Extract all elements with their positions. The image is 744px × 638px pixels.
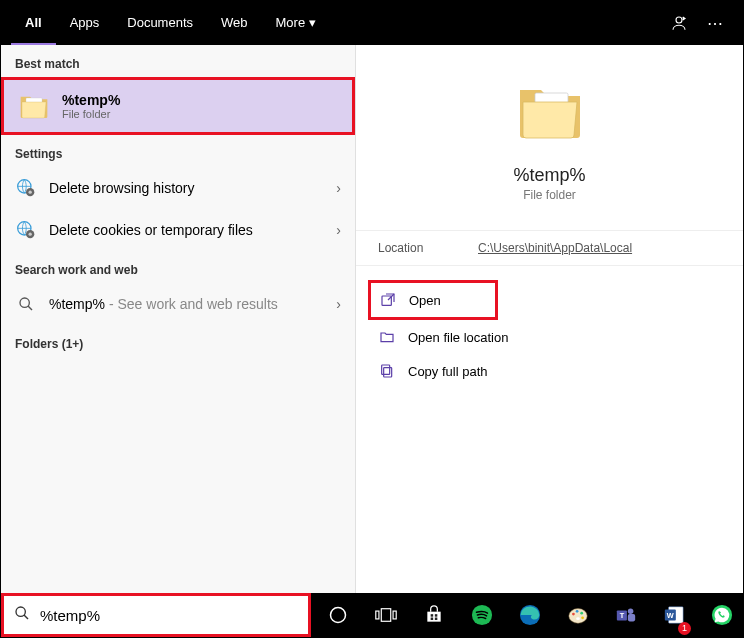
action-label: Copy full path	[408, 364, 488, 379]
chevron-down-icon: ▾	[309, 15, 316, 30]
svg-point-28	[576, 610, 579, 613]
open-icon	[379, 291, 397, 309]
svg-rect-13	[382, 365, 390, 374]
tab-all[interactable]: All	[11, 1, 56, 45]
search-web-append: - See work and web results	[105, 296, 278, 312]
search-web-term: %temp%	[49, 296, 105, 312]
svg-rect-19	[393, 611, 396, 619]
search-icon	[14, 605, 32, 625]
taskbar-paint[interactable]	[557, 593, 599, 637]
folder-icon	[18, 90, 50, 122]
search-filter-tabs: All Apps Documents Web More ▾ ⋯	[1, 1, 743, 45]
svg-rect-35	[628, 614, 635, 621]
notification-badge: 1	[678, 622, 691, 635]
search-work-web-heading: Search work and web	[1, 251, 355, 283]
taskbar-store[interactable]	[413, 593, 455, 637]
location-value[interactable]: C:\Users\binit\AppData\Local	[478, 241, 632, 255]
svg-line-9	[28, 306, 32, 310]
action-open-file-location[interactable]: Open file location	[356, 320, 743, 354]
taskbar-spotify[interactable]	[461, 593, 503, 637]
best-match-title: %temp%	[62, 92, 120, 108]
action-label: Open	[409, 293, 441, 308]
svg-text:W: W	[667, 611, 674, 620]
taskbar: T W 1	[1, 593, 743, 637]
globe-gear-icon	[15, 177, 37, 199]
folder-icon-large	[514, 75, 586, 147]
svg-point-29	[580, 612, 583, 615]
svg-point-7	[29, 233, 32, 236]
svg-point-4	[29, 191, 32, 194]
search-web-result[interactable]: %temp% - See work and web results ›	[1, 283, 355, 325]
svg-rect-22	[431, 618, 434, 621]
copy-icon	[378, 362, 396, 380]
chevron-right-icon: ›	[336, 180, 341, 196]
setting-delete-cookies[interactable]: Delete cookies or temporary files ›	[1, 209, 355, 251]
svg-point-30	[581, 616, 584, 619]
taskbar-teams[interactable]: T	[605, 593, 647, 637]
svg-rect-18	[381, 609, 390, 622]
results-panel: Best match %temp% File folder Settings D…	[1, 45, 356, 593]
svg-point-14	[16, 607, 25, 616]
action-open[interactable]: Open	[368, 280, 498, 320]
folders-heading: Folders (1+)	[1, 325, 355, 357]
folder-outline-icon	[378, 328, 396, 346]
search-icon	[15, 293, 37, 315]
taskbar-edge[interactable]	[509, 593, 551, 637]
action-copy-full-path[interactable]: Copy full path	[356, 354, 743, 388]
chevron-right-icon: ›	[336, 296, 341, 312]
taskbar-cortana[interactable]	[317, 593, 359, 637]
more-options-icon[interactable]: ⋯	[697, 14, 733, 33]
preview-title: %temp%	[356, 165, 743, 186]
svg-rect-12	[384, 368, 392, 377]
taskbar-word[interactable]: W 1	[653, 593, 695, 637]
taskbar-task-view[interactable]	[365, 593, 407, 637]
setting-label: Delete browsing history	[49, 180, 195, 196]
best-match-result[interactable]: %temp% File folder	[1, 77, 355, 135]
taskbar-whatsapp[interactable]	[701, 593, 743, 637]
svg-point-16	[331, 608, 346, 623]
feedback-icon[interactable]	[661, 14, 697, 33]
best-match-sub: File folder	[62, 108, 120, 120]
svg-rect-23	[435, 618, 438, 621]
settings-heading: Settings	[1, 135, 355, 167]
svg-rect-20	[431, 614, 434, 617]
location-label: Location	[378, 241, 478, 255]
best-match-heading: Best match	[1, 45, 355, 77]
svg-point-34	[628, 609, 634, 615]
tab-apps[interactable]: Apps	[56, 1, 114, 45]
preview-panel: %temp% File folder Location C:\Users\bin…	[356, 45, 743, 593]
globe-gear-icon	[15, 219, 37, 241]
search-input[interactable]	[40, 607, 298, 624]
svg-point-31	[576, 617, 580, 620]
svg-point-27	[572, 613, 575, 616]
svg-line-15	[24, 615, 28, 619]
setting-label: Delete cookies or temporary files	[49, 222, 253, 238]
chevron-right-icon: ›	[336, 222, 341, 238]
svg-rect-17	[376, 611, 379, 619]
svg-rect-21	[435, 614, 438, 617]
tab-web[interactable]: Web	[207, 1, 262, 45]
tab-more[interactable]: More ▾	[262, 1, 330, 45]
setting-delete-history[interactable]: Delete browsing history ›	[1, 167, 355, 209]
svg-point-0	[676, 17, 682, 23]
action-label: Open file location	[408, 330, 508, 345]
svg-text:T: T	[620, 611, 625, 620]
location-row: Location C:\Users\binit\AppData\Local	[356, 230, 743, 266]
preview-subtitle: File folder	[356, 188, 743, 202]
tab-documents[interactable]: Documents	[113, 1, 207, 45]
svg-point-8	[20, 298, 29, 307]
search-box[interactable]	[1, 593, 311, 637]
